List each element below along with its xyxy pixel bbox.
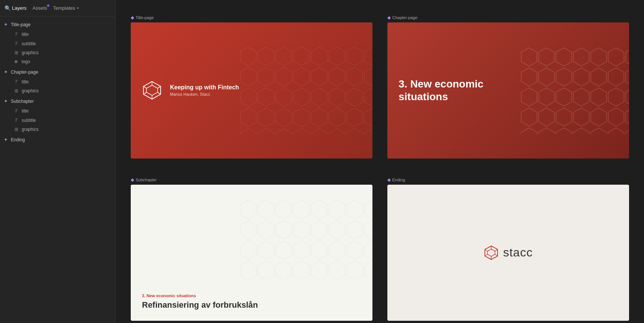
chapter-title: 3. New economic situations bbox=[399, 78, 530, 103]
text-icon: T bbox=[13, 41, 19, 46]
circle-icon bbox=[13, 60, 19, 63]
svg-rect-11 bbox=[520, 47, 629, 134]
tab-layers[interactable]: 🔍 Layers bbox=[4, 4, 27, 13]
slide-container-title-page[interactable]: ◆ Title-page bbox=[131, 15, 372, 159]
layer-item-label: graphics bbox=[22, 88, 38, 93]
slide-label-ending: ◆ Ending bbox=[387, 177, 629, 182]
slide-logo-box bbox=[142, 80, 162, 101]
group-label-chapter-page: Chapter-page bbox=[11, 70, 38, 75]
diamond-icon: ◆ bbox=[131, 177, 134, 182]
text-icon: T bbox=[13, 108, 19, 114]
subchapter-label: 3. New economic situations bbox=[142, 293, 258, 298]
layer-item-subtitle[interactable]: T subtitle bbox=[0, 116, 115, 125]
grid-icon: ⊞ bbox=[13, 50, 19, 55]
tab-assets[interactable]: Assets bbox=[32, 4, 47, 12]
slide-title-text: Keeping up with Fintech Marius Hauken, S… bbox=[170, 84, 239, 96]
subchapter-content: 3. New economic situations Refinansierin… bbox=[142, 293, 258, 310]
svg-marker-3 bbox=[146, 85, 158, 95]
layer-item-label: graphics bbox=[22, 50, 38, 55]
diamond-icon: ◆ bbox=[131, 15, 134, 20]
ending-logo-text: stacc bbox=[503, 246, 533, 259]
hex-pattern-svg bbox=[239, 22, 372, 159]
layer-item-graphics[interactable]: ⊞ graphics bbox=[0, 86, 115, 95]
tab-label-assets: Assets bbox=[32, 5, 47, 11]
main-content: ◆ Title-page bbox=[116, 0, 644, 323]
slide-container-subchapter[interactable]: ◆ Subchapter 3. New economic situations … bbox=[131, 177, 372, 321]
component-icon: ✦ bbox=[4, 98, 8, 104]
subchapter-main-title: Refinansiering av forbrukslån bbox=[142, 300, 258, 310]
svg-rect-1 bbox=[239, 46, 372, 135]
slide-label-text: Subchapter bbox=[136, 178, 157, 182]
layer-item-label: subtitle bbox=[22, 118, 36, 123]
text-icon: T bbox=[13, 31, 19, 37]
slide-label-chapter-page: ◆ Chapter-page bbox=[387, 15, 629, 20]
group-label-subchapter: Subchapter bbox=[11, 99, 34, 104]
sidebar-tabs: 🔍 Layers Assets Templates ▾ bbox=[0, 0, 115, 16]
slide-label-subchapter: ◆ Subchapter bbox=[131, 177, 372, 182]
svg-line-18 bbox=[495, 254, 498, 256]
slide-frame-subchapter[interactable]: 3. New economic situations Refinansierin… bbox=[131, 185, 372, 321]
svg-line-9 bbox=[143, 86, 146, 88]
layer-group-header-subchapter[interactable]: ✦ Subchapter bbox=[0, 96, 115, 106]
subchapter-hex-pattern bbox=[239, 185, 372, 293]
slide-container-ending[interactable]: ◆ Ending stacc bbox=[387, 177, 629, 321]
svg-line-8 bbox=[143, 92, 146, 94]
layer-item-title[interactable]: T title bbox=[0, 77, 115, 86]
slide-frame-title-page[interactable]: Keeping up with Fintech Marius Hauken, S… bbox=[131, 22, 372, 159]
svg-line-20 bbox=[485, 254, 487, 256]
component-icon: ✦ bbox=[4, 22, 8, 27]
layer-item-label: title bbox=[22, 108, 29, 114]
slide-label-text: Chapter-page bbox=[392, 15, 417, 20]
svg-rect-13 bbox=[239, 199, 372, 279]
ending-logo-icon bbox=[484, 245, 499, 260]
slide-frame-chapter-page[interactable]: 3. New economic situations bbox=[387, 22, 629, 159]
svg-marker-15 bbox=[487, 249, 495, 256]
group-label-ending: Ending bbox=[11, 137, 25, 142]
slide-container-chapter-page[interactable]: ◆ Chapter-page 3. New economic situation… bbox=[387, 15, 629, 159]
slide-label-text: Title-page bbox=[136, 15, 154, 20]
layer-item-label: logo bbox=[22, 59, 30, 64]
text-icon: T bbox=[13, 79, 19, 84]
layer-item-title[interactable]: T title bbox=[0, 106, 115, 116]
tab-templates[interactable]: Templates ▾ bbox=[53, 4, 79, 12]
svg-line-17 bbox=[495, 249, 498, 251]
layer-group-title-page: ✦ Title-page T title T subtitle ⊞ graphi… bbox=[0, 19, 115, 66]
layer-item-label: title bbox=[22, 79, 29, 84]
chevron-down-icon: ▾ bbox=[77, 6, 79, 10]
layer-group-ending: ✦ Ending bbox=[0, 135, 115, 145]
layer-item-label: subtitle bbox=[22, 41, 36, 46]
diamond-icon: ◆ bbox=[387, 177, 391, 182]
layer-item-title[interactable]: T title bbox=[0, 30, 115, 39]
slide-frame-ending[interactable]: stacc bbox=[387, 185, 629, 321]
search-icon: 🔍 bbox=[4, 5, 11, 11]
svg-line-6 bbox=[158, 92, 161, 94]
group-label-title-page: Title-page bbox=[11, 22, 31, 27]
grid-icon: ⊞ bbox=[13, 88, 19, 93]
layer-item-subtitle[interactable]: T subtitle bbox=[0, 39, 115, 48]
layer-item-label: graphics bbox=[22, 127, 38, 132]
layer-item-graphics[interactable]: ⊞ graphics bbox=[0, 125, 115, 134]
sidebar-content: ✦ Title-page T title T subtitle ⊞ graphi… bbox=[0, 16, 115, 323]
assets-badge bbox=[47, 4, 49, 7]
text-icon: T bbox=[13, 117, 19, 123]
layer-item-label: title bbox=[22, 32, 29, 37]
slide-label-title-page: ◆ Title-page bbox=[131, 15, 372, 20]
svg-line-21 bbox=[485, 249, 487, 251]
grid-icon: ⊞ bbox=[13, 127, 19, 132]
slide-label-text: Ending bbox=[392, 178, 405, 182]
layer-group-header-title-page[interactable]: ✦ Title-page bbox=[0, 19, 115, 30]
layer-item-logo[interactable]: logo bbox=[0, 57, 115, 66]
layer-group-header-ending[interactable]: ✦ Ending bbox=[0, 135, 115, 145]
component-icon: ✦ bbox=[4, 137, 8, 142]
tab-label-layers: Layers bbox=[12, 5, 27, 11]
layer-item-graphics[interactable]: ⊞ graphics bbox=[0, 48, 115, 57]
slide-main-title: Keeping up with Fintech bbox=[170, 84, 239, 91]
diamond-icon: ◆ bbox=[387, 15, 391, 20]
ending-logo: stacc bbox=[484, 245, 533, 260]
tab-label-templates: Templates bbox=[53, 5, 75, 11]
layer-group-subchapter: ✦ Subchapter T title T subtitle ⊞ graphi… bbox=[0, 96, 115, 134]
sidebar: 🔍 Layers Assets Templates ▾ ✦ Title-page… bbox=[0, 0, 116, 323]
chapter-hex-pattern bbox=[520, 22, 629, 159]
layer-group-chapter-page: ✦ Chapter-page T title ⊞ graphics bbox=[0, 67, 115, 95]
layer-group-header-chapter-page[interactable]: ✦ Chapter-page bbox=[0, 67, 115, 77]
